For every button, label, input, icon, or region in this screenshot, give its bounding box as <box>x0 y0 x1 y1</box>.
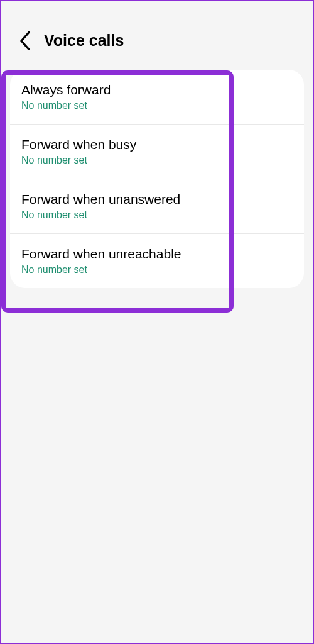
list-item-forward-unreachable[interactable]: Forward when unreachable No number set <box>10 234 304 288</box>
list-item-always-forward[interactable]: Always forward No number set <box>10 70 304 125</box>
item-subtitle: No number set <box>21 155 293 166</box>
item-subtitle: No number set <box>21 264 293 275</box>
item-title: Forward when unanswered <box>21 192 293 207</box>
list-item-forward-busy[interactable]: Forward when busy No number set <box>10 125 304 179</box>
list-item-forward-unanswered[interactable]: Forward when unanswered No number set <box>10 179 304 234</box>
item-title: Forward when busy <box>21 137 293 152</box>
settings-list: Always forward No number set Forward whe… <box>10 70 304 288</box>
item-title: Forward when unreachable <box>21 247 293 262</box>
item-subtitle: No number set <box>21 209 293 221</box>
item-title: Always forward <box>21 82 293 97</box>
item-subtitle: No number set <box>21 100 293 111</box>
back-icon[interactable] <box>19 35 31 47</box>
page-title: Voice calls <box>44 31 124 50</box>
header: Voice calls <box>1 1 313 65</box>
